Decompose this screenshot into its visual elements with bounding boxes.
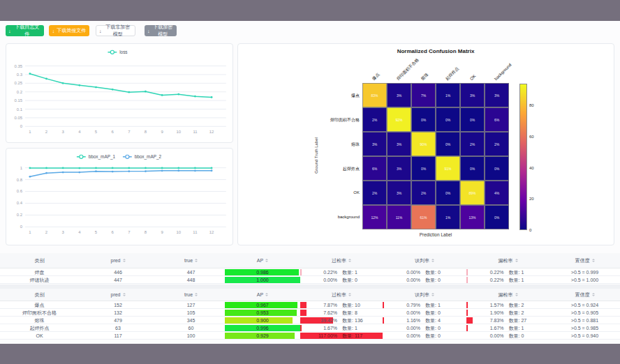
download-icon: ↓ <box>147 29 150 33</box>
column-header-confidence[interactable]: 置信度 <box>549 253 620 268</box>
rate-count: 数量: 1 <box>509 324 524 331</box>
download-encrypted-model-button[interactable]: ↓ 下载加密模型 <box>145 25 177 36</box>
sort-caret-icon[interactable] <box>195 259 198 262</box>
rate-count: 数量: 0 <box>425 324 441 331</box>
sort-caret-icon[interactable] <box>515 259 518 262</box>
matrix-col-label: 爆点 <box>371 72 381 82</box>
legend-item-loss[interactable]: loss <box>108 50 127 54</box>
download-plain-model-button[interactable]: ↓ 下载非加密模型 <box>96 25 135 36</box>
y-tick-label: 0 <box>20 225 23 229</box>
legend-item-bbox_mAP_1[interactable]: bbox_mAP_1 <box>77 154 116 160</box>
sort-caret-icon[interactable] <box>265 259 268 262</box>
y-tick-label: 0.15 <box>14 98 22 103</box>
rate-text: 0.00%数量: 0 <box>466 332 549 339</box>
column-header-true[interactable]: true <box>157 289 225 301</box>
column-header-misjudge[interactable]: 误判率 <box>383 289 466 301</box>
matrix-cell: 2% <box>485 132 509 156</box>
column-header-confidence[interactable]: 置信度 <box>549 289 620 301</box>
data-point <box>211 96 213 98</box>
column-header-true[interactable]: true <box>157 253 225 268</box>
rate-text: 7.87%数量: 10 <box>300 301 383 308</box>
table-row: 熔珠4793450.90039.42%数量: 1361.16%数量: 47.83… <box>0 317 620 324</box>
cell-miss: 1.57%数量: 2 <box>466 301 549 308</box>
legend-item-bbox_mAP_2[interactable]: bbox_mAP_2 <box>123 154 162 160</box>
download-log-button[interactable]: ↓ 下载日志文件 <box>6 25 44 36</box>
cell-ap: 0.953 <box>225 309 300 316</box>
column-header-label: 过检率 <box>332 291 346 298</box>
confusion-matrix-xlabel: Prediction Label <box>362 232 509 237</box>
data-point <box>95 86 97 89</box>
rate-count: 数量: 8 <box>342 309 357 316</box>
data-point <box>62 172 64 174</box>
rate-count: 数量: 1 <box>509 268 524 275</box>
rate-count: 数量: 0 <box>509 332 524 339</box>
rate-value: 1.67% <box>466 324 504 331</box>
sort-caret-icon[interactable] <box>123 293 126 296</box>
rate-text: 0.00%数量: 0 <box>383 324 466 331</box>
matrix-row-label: 熔珠 <box>294 142 360 148</box>
rate-count: 数量: 1 <box>509 276 524 283</box>
sort-caret-icon[interactable] <box>348 259 351 262</box>
table-header-row: 类别predtrueAP过检率误判率漏检率置信度 <box>0 289 620 301</box>
rate-text: 0.00%数量: 0 <box>300 276 383 283</box>
column-header-label: true <box>184 292 193 297</box>
table-row: 焊盘4464470.9860.22%数量: 10.00%数量: 00.22%数量… <box>0 268 620 276</box>
sort-caret-icon[interactable] <box>431 293 434 296</box>
column-header-misjudge[interactable]: 误判率 <box>383 253 466 268</box>
data-point <box>145 91 147 93</box>
cell-pred: 117 <box>79 332 157 339</box>
data-point <box>145 167 147 169</box>
x-tick-label: 11 <box>193 230 197 234</box>
matrix-cell: 0% <box>411 156 436 181</box>
matrix-cell: 2% <box>460 132 485 156</box>
x-tick-label: 12 <box>209 230 214 234</box>
column-header-pred[interactable]: pred <box>79 289 157 301</box>
matrix-cell: 92% <box>387 107 411 132</box>
column-header-ap[interactable]: AP <box>225 253 300 268</box>
sort-caret-icon[interactable] <box>592 293 595 296</box>
cell-miss: 1.90%数量: 2 <box>466 309 549 316</box>
column-header-pred[interactable]: pred <box>79 253 157 268</box>
sort-caret-icon[interactable] <box>592 259 595 262</box>
column-header-overkill[interactable]: 过检率 <box>300 253 383 268</box>
rate-count: 数量: 1 <box>425 301 441 308</box>
column-header-label: 置信度 <box>575 257 590 264</box>
download-icon: ↓ <box>52 29 55 33</box>
matrix-cell: 3% <box>485 83 509 107</box>
x-tick-label: 2 <box>45 230 47 234</box>
cell-class: 焊印面积不合格 <box>0 309 79 316</box>
sort-caret-icon[interactable] <box>431 259 434 262</box>
rate-count: 数量: 136 <box>342 317 363 324</box>
column-header-ap[interactable]: AP <box>225 289 300 301</box>
data-point <box>194 167 196 169</box>
rate-count: 数量: 27 <box>509 317 527 324</box>
cell-misjudge: 0.00%数量: 0 <box>383 276 466 283</box>
column-header-label: AP <box>257 258 263 263</box>
rate-text: 0.22%数量: 1 <box>466 268 549 275</box>
data-point <box>177 169 179 172</box>
cell-ap: 0.967 <box>225 301 300 308</box>
rate-value: 7.62% <box>300 309 337 316</box>
sort-caret-icon[interactable] <box>265 293 268 296</box>
colorbar-tick-label: 60 <box>529 135 534 139</box>
bottom-frame-band <box>0 344 620 364</box>
sort-caret-icon[interactable] <box>348 293 351 296</box>
cell-confidence: >0.5 = 0.905 <box>549 309 620 316</box>
matrix-row-label: 起焊炸点 <box>294 166 360 172</box>
sort-caret-icon[interactable] <box>515 293 518 296</box>
matrix-cell: 3% <box>387 83 411 107</box>
column-header-miss[interactable]: 漏检率 <box>466 289 549 301</box>
sort-caret-icon[interactable] <box>123 259 126 262</box>
x-tick-label: 12 <box>209 130 214 134</box>
cell-misjudge: 1.16%数量: 4 <box>383 317 466 324</box>
cell-class: 熔珠 <box>0 317 79 324</box>
column-header-overkill[interactable]: 过检率 <box>300 289 383 301</box>
cell-confidence: >0.5 = 0.924 <box>549 301 620 308</box>
column-header-miss[interactable]: 漏检率 <box>466 253 549 268</box>
sort-caret-icon[interactable] <box>195 293 198 296</box>
rate-value: 1.90% <box>466 309 504 316</box>
y-tick-label: 0.05 <box>14 116 22 120</box>
download-report-button[interactable]: ↓ 下载简报文件 <box>49 25 89 36</box>
data-point <box>29 167 31 169</box>
matrix-cell: 6% <box>485 107 509 132</box>
